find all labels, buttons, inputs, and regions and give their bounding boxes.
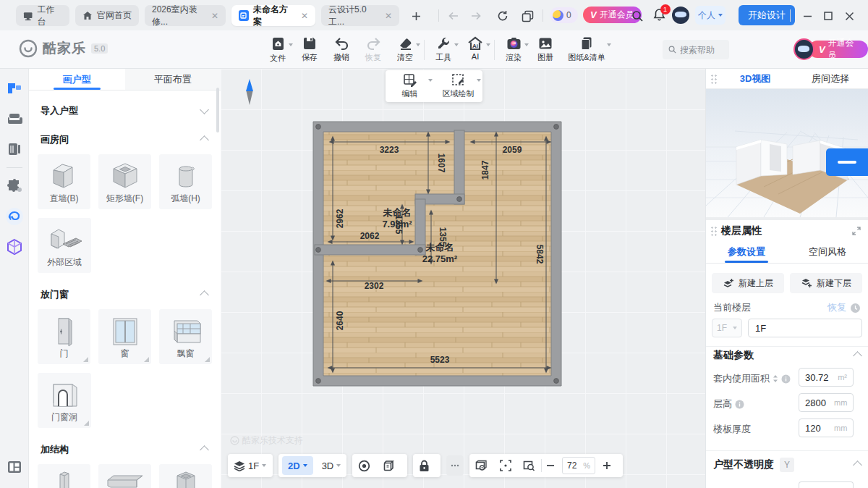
tool-column[interactable] <box>38 464 90 488</box>
usable-area-field[interactable]: m² <box>799 368 854 387</box>
rail-model-library-tool[interactable] <box>0 232 29 262</box>
tab-unnamed-plan[interactable]: 未命名方案 ✕ <box>231 5 315 26</box>
tool-window[interactable]: 窗 <box>98 309 151 364</box>
slab-thickness-input[interactable] <box>805 423 834 434</box>
floor-name-input[interactable] <box>749 319 861 337</box>
tool-straight-wall[interactable]: 直墙(B) <box>38 154 90 209</box>
album-button[interactable]: 图册 <box>529 33 561 63</box>
tool-beam[interactable] <box>98 464 151 488</box>
info-icon[interactable] <box>781 374 791 384</box>
tool-arc-wall[interactable]: 弧墙(H) <box>159 154 212 209</box>
zoom-to-region-button[interactable] <box>517 454 541 477</box>
tab-workspace[interactable]: 工作台 <box>16 5 69 26</box>
duplicate-button[interactable] <box>518 7 537 25</box>
tool-door[interactable]: 门 <box>38 309 90 364</box>
assistant-avatar[interactable] <box>672 7 689 24</box>
close-icon[interactable]: ✕ <box>211 11 218 21</box>
file-menu-button[interactable]: 文件 <box>262 33 294 64</box>
slab-thickness-field[interactable]: mm <box>799 418 854 437</box>
new-lower-floor-button[interactable]: 新建下层 <box>790 273 862 293</box>
lock-button[interactable] <box>413 454 435 477</box>
floor-name-field[interactable] <box>748 319 862 337</box>
rail-furniture-tool[interactable] <box>0 104 29 134</box>
roam-view-button[interactable] <box>352 454 376 477</box>
new-upper-floor-button[interactable]: 新建上层 <box>712 273 784 293</box>
view-settings-button[interactable] <box>469 454 494 477</box>
rail-floorplan-tool[interactable] <box>0 73 29 104</box>
info-icon[interactable] <box>735 400 744 409</box>
rail-plugins-tool[interactable] <box>0 171 29 201</box>
close-window-button[interactable] <box>840 7 859 25</box>
tool-outer-area[interactable]: 外部区域 <box>38 218 91 273</box>
tab-3d-view[interactable]: 3D视图 <box>718 72 793 85</box>
focus-center-button[interactable] <box>494 454 517 477</box>
mode-2d-button[interactable]: 2D <box>282 456 313 475</box>
sort-arrows-icon[interactable] <box>773 374 778 383</box>
floorplan-canvas[interactable]: 编辑 区域绘制 <box>221 69 705 488</box>
drag-handle[interactable] <box>710 226 718 236</box>
zoom-level-field[interactable]: % <box>562 457 595 474</box>
show-3d-objects-button[interactable] <box>376 454 400 477</box>
section-add-structure[interactable]: 加结构 <box>29 435 221 464</box>
coin-balance[interactable]: 0 <box>550 7 578 23</box>
close-icon[interactable]: ✕ <box>301 11 308 21</box>
more-tools-button[interactable] <box>446 455 464 476</box>
start-design-button[interactable]: 开始设计 <box>739 5 795 25</box>
tab-draw-floorplan[interactable]: 画户型 <box>29 69 125 90</box>
floor-select-dropdown[interactable]: 1F <box>712 319 742 337</box>
collapse-3d-view-button[interactable] <box>826 148 868 176</box>
opacity-header[interactable]: 户型不透明度 Y <box>713 458 861 472</box>
floor-height-input[interactable] <box>805 397 834 408</box>
nav-back-button[interactable] <box>444 7 463 25</box>
mode-3d-button[interactable]: 3D <box>316 456 347 475</box>
tab-flat-layout[interactable]: 平面布置 <box>125 69 221 90</box>
tool-opening[interactable]: 门窗洞 <box>38 373 91 428</box>
reload-button[interactable] <box>493 7 512 25</box>
restore-link[interactable]: 恢复 <box>827 301 846 314</box>
rail-layout-panel-toggle[interactable] <box>0 452 29 482</box>
drag-handle[interactable] <box>710 74 718 84</box>
tab-parameter-settings[interactable]: 参数设置 <box>706 241 787 263</box>
floorplan-drawing[interactable]: 3223 2059 1607 1847 2962 1355 2062 1355 … <box>221 69 705 488</box>
save-button[interactable]: 保存 <box>294 33 326 63</box>
tab-room-select[interactable]: 房间选择 <box>793 72 868 85</box>
help-search[interactable] <box>663 40 729 59</box>
render-button[interactable]: 渲染 <box>498 33 529 63</box>
nav-forward-button[interactable] <box>467 7 485 25</box>
tool-bay-window[interactable]: 飘窗 <box>159 309 212 364</box>
section-doors-windows[interactable]: 放门窗 <box>29 280 221 309</box>
app-logo[interactable]: 酷家乐 5.0 <box>19 39 108 58</box>
rail-cabinet-tool[interactable] <box>0 134 29 164</box>
zoom-in-button[interactable] <box>598 454 616 477</box>
usable-area-input[interactable] <box>805 372 834 383</box>
history-clock-icon[interactable] <box>850 303 861 314</box>
tab-yun-design[interactable]: 云设计5.0工... ✕ <box>321 5 399 26</box>
minimize-button[interactable] <box>798 7 817 25</box>
zoom-out-button[interactable] <box>542 454 559 477</box>
account-menu[interactable]: 个人 <box>695 6 726 25</box>
tools-menu-button[interactable]: 工具 <box>427 33 459 63</box>
ai-menu-button[interactable]: Ai AI <box>459 33 491 61</box>
floor-switcher[interactable]: 1F <box>228 454 272 477</box>
clear-button[interactable]: 清空 <box>389 33 421 63</box>
section-import-floorplan[interactable]: 导入户型 <box>29 96 221 125</box>
zoom-level-input[interactable] <box>567 460 583 471</box>
help-search-input[interactable] <box>680 45 723 55</box>
section-draw-room[interactable]: 画房间 <box>29 125 221 154</box>
notifications-button[interactable]: 1 <box>650 7 668 25</box>
tab-space-style[interactable]: 空间风格 <box>787 241 868 263</box>
tab-homepage[interactable]: 官网首页 <box>75 5 139 26</box>
close-icon[interactable]: ✕ <box>385 11 392 21</box>
tool-flue[interactable] <box>159 464 212 488</box>
drawings-list-button[interactable]: 图纸&清单 <box>561 33 612 63</box>
undo-button[interactable]: 撤销 <box>326 33 357 63</box>
redo-button[interactable]: 恢复 <box>357 33 389 63</box>
vip-upgrade-banner[interactable]: V 开通会员 <box>793 38 868 60</box>
partial-input-field[interactable] <box>799 481 854 488</box>
maximize-button[interactable] <box>819 7 838 25</box>
base-params-header[interactable]: 基础参数 <box>713 349 861 362</box>
rail-3d-browse-tool[interactable] <box>0 201 29 232</box>
new-tab-button[interactable] <box>407 7 425 25</box>
scrollbar[interactable] <box>216 88 219 132</box>
tab-2026-decor[interactable]: 2026室内装修... ✕ <box>145 5 226 26</box>
